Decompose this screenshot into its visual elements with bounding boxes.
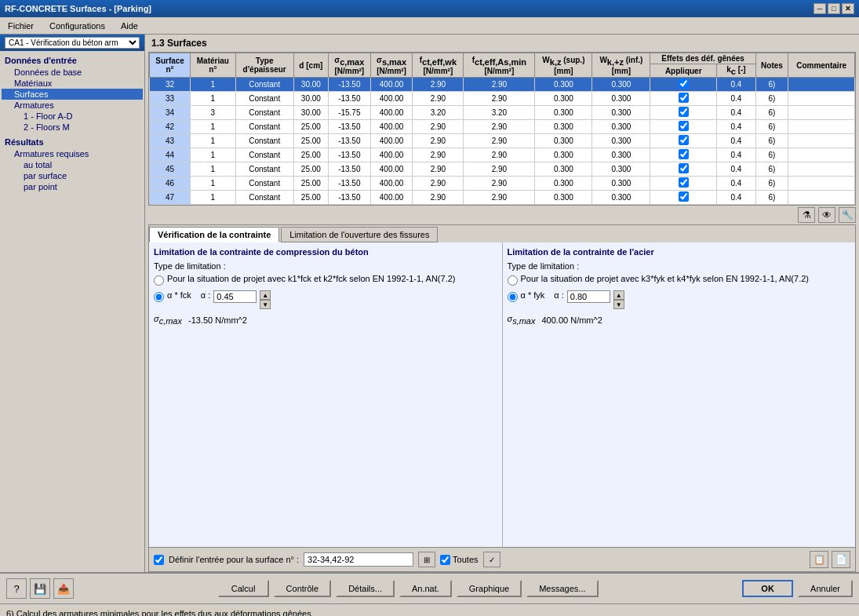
- table-row[interactable]: 32 1 Constant 30.00 -13.50 400.00 2.90 2…: [150, 78, 855, 92]
- confirm-button[interactable]: ✓: [483, 552, 500, 567]
- controle-button[interactable]: Contrôle: [274, 580, 332, 597]
- table-row[interactable]: 44 1 Constant 25.00 -13.50 400.00 2.90 2…: [150, 148, 855, 162]
- tree-materiaux[interactable]: Matériaux: [2, 78, 143, 89]
- annuler-button[interactable]: Annuler: [798, 580, 853, 597]
- cell-appliquer[interactable]: [650, 120, 717, 134]
- cell-appliquer[interactable]: [650, 78, 717, 92]
- cell-surface: 32: [150, 78, 191, 92]
- menu-fichier[interactable]: Fichier: [3, 20, 38, 32]
- minimize-button[interactable]: ─: [814, 3, 826, 14]
- tree-armatures-requises[interactable]: Armatures requises: [2, 148, 143, 159]
- cell-fct-as: 2.90: [464, 148, 535, 162]
- right-spin-up[interactable]: ▲: [613, 290, 624, 300]
- calcul-button[interactable]: Calcul: [218, 580, 269, 597]
- tree-donnees-base[interactable]: Données de base: [2, 67, 143, 78]
- messages-button[interactable]: Messages...: [526, 580, 598, 597]
- appliquer-checkbox[interactable]: [679, 107, 689, 117]
- table-row[interactable]: 43 1 Constant 25.00 -13.50 400.00 2.90 2…: [150, 134, 855, 148]
- surfaces-table: Surfacen° Matériaun° Typed'épaisseur d […: [149, 53, 855, 205]
- cell-notes: 6): [755, 134, 788, 148]
- tree-au-total[interactable]: au total: [2, 159, 143, 170]
- left-radio2-input[interactable]: [154, 292, 164, 302]
- appliquer-checkbox[interactable]: [679, 135, 689, 145]
- help-button[interactable]: ?: [6, 578, 27, 599]
- maximize-button[interactable]: □: [828, 3, 840, 14]
- cell-appliquer[interactable]: [650, 162, 717, 177]
- cell-kc: 0.4: [717, 162, 756, 177]
- cell-wk-inf: 0.300: [592, 191, 650, 205]
- tree-par-surface[interactable]: par surface: [2, 170, 143, 181]
- table-row[interactable]: 33 1 Constant 30.00 -13.50 400.00 2.90 2…: [150, 92, 855, 106]
- paste-button[interactable]: 📄: [832, 551, 850, 568]
- tabs-row: Vérification de la contrainte Limitation…: [149, 225, 855, 242]
- cell-fct-wk: 2.90: [413, 78, 464, 92]
- close-button[interactable]: ✕: [842, 3, 854, 14]
- cell-materiau: 1: [191, 148, 235, 162]
- left-alpha-label: α :: [201, 290, 210, 300]
- settings-button[interactable]: 🔧: [839, 207, 856, 223]
- left-spin-up[interactable]: ▲: [260, 290, 271, 300]
- tree-par-point[interactable]: par point: [2, 181, 143, 192]
- cell-appliquer[interactable]: [650, 177, 717, 191]
- appliquer-checkbox[interactable]: [679, 93, 689, 103]
- tree-armatures[interactable]: Armatures: [2, 100, 143, 111]
- left-radio-option2: α * fck α : ▲ ▼: [154, 290, 497, 309]
- tab-limitation-ouverture[interactable]: Limitation de l'ouverture des fissures: [281, 227, 438, 242]
- right-radio2-input[interactable]: [508, 292, 518, 302]
- right-panel: 1.3 Surfaces Surfacen° Matériaun° Typed'…: [145, 35, 859, 572]
- export-button[interactable]: 📤: [53, 578, 74, 599]
- cell-wk-sup: 0.300: [535, 106, 592, 120]
- define-checkbox[interactable]: [154, 555, 164, 565]
- cell-appliquer[interactable]: [650, 106, 717, 120]
- right-spin-down[interactable]: ▼: [613, 300, 624, 309]
- table-container[interactable]: Surfacen° Matériaun° Typed'épaisseur d […: [148, 52, 856, 206]
- cell-commentaire: [788, 92, 855, 106]
- left-radio1-input[interactable]: [154, 275, 164, 286]
- filter-button[interactable]: ⚗: [798, 207, 815, 223]
- details-button[interactable]: Détails...: [336, 580, 395, 597]
- cell-appliquer[interactable]: [650, 191, 717, 205]
- appliquer-checkbox[interactable]: [679, 78, 689, 89]
- case-dropdown[interactable]: CA1 - Vérification du béton arm: [5, 37, 140, 49]
- right-alpha-input[interactable]: [567, 290, 610, 303]
- appliquer-checkbox[interactable]: [679, 177, 689, 188]
- sub-panel-right: Limitation de la contrainte de l'acier T…: [503, 242, 856, 547]
- appliquer-checkbox[interactable]: [679, 163, 689, 173]
- select-surface-button[interactable]: ⊞: [418, 552, 435, 567]
- right-alpha-label: α :: [554, 290, 563, 300]
- menu-configurations[interactable]: Configurations: [45, 20, 110, 32]
- left-spin-down[interactable]: ▼: [260, 300, 271, 309]
- tree-surfaces[interactable]: Surfaces: [2, 89, 143, 100]
- cell-fct-as: 2.90: [464, 191, 535, 205]
- cell-fct-wk: 2.90: [413, 120, 464, 134]
- menu-bar: Fichier Configurations Aide: [0, 17, 859, 35]
- tree-floors-m[interactable]: 2 - Floors M: [2, 122, 143, 133]
- cell-appliquer[interactable]: [650, 148, 717, 162]
- table-row[interactable]: 34 3 Constant 30.00 -15.75 400.00 3.20 3…: [150, 106, 855, 120]
- tree-floor-ad[interactable]: 1 - Floor A-D: [2, 111, 143, 122]
- visibility-button[interactable]: 👁: [818, 207, 835, 223]
- ok-button[interactable]: OK: [742, 580, 793, 597]
- left-alpha-input[interactable]: [213, 290, 257, 303]
- graphique-button[interactable]: Graphique: [457, 580, 522, 597]
- toutes-checkbox[interactable]: [440, 555, 450, 565]
- table-row[interactable]: 45 1 Constant 25.00 -13.50 400.00 2.90 2…: [150, 162, 855, 177]
- annat-button[interactable]: An.nat.: [399, 580, 452, 597]
- appliquer-checkbox[interactable]: [679, 121, 689, 131]
- cell-appliquer[interactable]: [650, 92, 717, 106]
- cell-appliquer[interactable]: [650, 134, 717, 148]
- menu-aide[interactable]: Aide: [116, 20, 143, 32]
- cell-materiau: 1: [191, 92, 235, 106]
- appliquer-checkbox[interactable]: [679, 191, 689, 202]
- table-row[interactable]: 46 1 Constant 25.00 -13.50 400.00 2.90 2…: [150, 177, 855, 191]
- copy-button[interactable]: 📋: [810, 551, 828, 568]
- appliquer-checkbox[interactable]: [679, 149, 689, 159]
- table-row[interactable]: 42 1 Constant 25.00 -13.50 400.00 2.90 2…: [150, 120, 855, 134]
- right-radio1-input[interactable]: [508, 275, 518, 286]
- cell-kc: 0.4: [717, 106, 756, 120]
- cell-fct-as: 2.90: [464, 134, 535, 148]
- surface-number-input[interactable]: [304, 552, 413, 567]
- tab-verification-contrainte[interactable]: Vérification de la contrainte: [149, 227, 279, 242]
- table-row[interactable]: 47 1 Constant 25.00 -13.50 400.00 2.90 2…: [150, 191, 855, 205]
- save-button[interactable]: 💾: [30, 578, 50, 599]
